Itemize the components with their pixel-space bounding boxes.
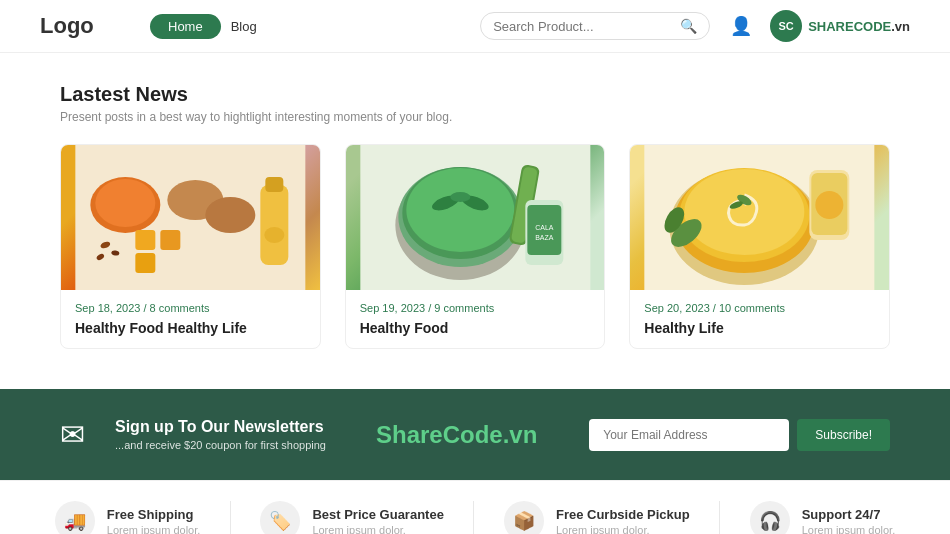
newsletter-form: Subscribe! (589, 419, 890, 451)
svg-rect-8 (260, 185, 288, 265)
svg-rect-5 (135, 230, 155, 250)
blog-card-1-title: Healthy Food Healthy Life (75, 320, 306, 336)
svg-point-37 (816, 191, 844, 219)
svg-text:CALA: CALA (535, 224, 554, 231)
curbside-icon: 📦 (504, 501, 544, 534)
feature-divider-2 (473, 501, 474, 534)
sharecode-logo-icon: SC (770, 10, 802, 42)
features-section: 🚚 Free Shipping Lorem ipsum dolor. 🏷️ Be… (0, 480, 950, 534)
newsletter-subtext: ...and receive $20 coupon for first shop… (115, 439, 326, 451)
nav-blog-button[interactable]: Blog (231, 19, 257, 34)
newsletter-heading: Sign up To Our Newsletters (115, 418, 326, 436)
newsletter-subscribe-button[interactable]: Subscribe! (797, 419, 890, 451)
blog-card-1-meta: Sep 18, 2023 / 8 comments (75, 302, 306, 314)
latest-news-section: Lastest News Present posts in a best way… (60, 83, 890, 349)
section-title: Lastest News (60, 83, 890, 106)
feature-shipping-text: Free Shipping Lorem ipsum dolor. (107, 507, 201, 535)
blog-card-3-body: Sep 20, 2023 / 10 comments Healthy Life (630, 290, 889, 348)
blog-image-3 (630, 145, 889, 290)
sharecode-logo: SC SHARECODE.vn (770, 10, 910, 42)
newsletter-brand: ShareCode.vn (376, 421, 537, 449)
svg-point-32 (685, 169, 805, 255)
feature-divider-3 (719, 501, 720, 534)
nav-home-button[interactable]: Home (150, 14, 221, 39)
shipping-icon: 🚚 (55, 501, 95, 534)
blog-card-1-body: Sep 18, 2023 / 8 comments Healthy Food H… (61, 290, 320, 348)
svg-point-10 (264, 227, 284, 243)
svg-rect-7 (135, 253, 155, 273)
newsletter-section: ✉ Sign up To Our Newsletters ...and rece… (0, 389, 950, 480)
blog-card-3-meta: Sep 20, 2023 / 10 comments (644, 302, 875, 314)
feature-price-text: Best Price Guarantee Lorem ipsum dolor. (312, 507, 444, 535)
newsletter-text: Sign up To Our Newsletters ...and receiv… (115, 418, 326, 451)
main-content: Lastest News Present posts in a best way… (0, 53, 950, 369)
feature-price-desc: Lorem ipsum dolor. (312, 524, 444, 535)
feature-divider-1 (230, 501, 231, 534)
feature-shipping: 🚚 Free Shipping Lorem ipsum dolor. (55, 501, 201, 534)
blog-grid: Sep 18, 2023 / 8 comments Healthy Food H… (60, 144, 890, 349)
feature-support-text: Support 24/7 Lorem ipsum dolor. (802, 507, 896, 535)
blog-card-2-body: Sep 19, 2023 / 9 comments Healthy Food (346, 290, 605, 348)
blog-card-2-title: Healthy Food (360, 320, 591, 336)
feature-support-title: Support 24/7 (802, 507, 896, 522)
feature-curbside-title: Free Curbside Pickup (556, 507, 690, 522)
blog-image-1 (61, 145, 320, 290)
svg-point-2 (95, 179, 155, 227)
blog-card-3-title: Healthy Life (644, 320, 875, 336)
svg-text:BAZA: BAZA (535, 234, 554, 241)
feature-shipping-desc: Lorem ipsum dolor. (107, 524, 201, 535)
feature-shipping-title: Free Shipping (107, 507, 201, 522)
price-icon: 🏷️ (260, 501, 300, 534)
blog-card-2[interactable]: CALA BAZA Sep 19, 2023 / 9 comments Heal… (345, 144, 606, 349)
navigation: Home Blog (150, 14, 480, 39)
search-input[interactable] (493, 19, 680, 34)
blog-image-2: CALA BAZA (346, 145, 605, 290)
feature-curbside-desc: Lorem ipsum dolor. (556, 524, 690, 535)
email-icon: ✉ (60, 417, 85, 452)
support-icon: 🎧 (750, 501, 790, 534)
svg-point-18 (406, 168, 514, 252)
svg-rect-6 (160, 230, 180, 250)
svg-point-21 (450, 192, 470, 202)
search-bar: 🔍 (480, 12, 710, 40)
svg-rect-9 (265, 177, 283, 192)
search-icon[interactable]: 🔍 (680, 18, 697, 34)
feature-support-desc: Lorem ipsum dolor. (802, 524, 896, 535)
feature-curbside: 📦 Free Curbside Pickup Lorem ipsum dolor… (504, 501, 690, 534)
logo: Logo (40, 13, 120, 39)
svg-point-4 (205, 197, 255, 233)
blog-card-3[interactable]: Sep 20, 2023 / 10 comments Healthy Life (629, 144, 890, 349)
header: Logo Home Blog 🔍 👤 SC SHARECODE.vn (0, 0, 950, 53)
user-icon[interactable]: 👤 (730, 15, 752, 37)
feature-support: 🎧 Support 24/7 Lorem ipsum dolor. (750, 501, 896, 534)
feature-curbside-text: Free Curbside Pickup Lorem ipsum dolor. (556, 507, 690, 535)
header-icons: 👤 (730, 15, 752, 37)
feature-price-title: Best Price Guarantee (312, 507, 444, 522)
blog-card-2-meta: Sep 19, 2023 / 9 comments (360, 302, 591, 314)
section-subtitle: Present posts in a best way to hightligh… (60, 110, 890, 124)
sharecode-logo-text: SHARECODE.vn (808, 19, 910, 34)
newsletter-email-input[interactable] (589, 419, 789, 451)
blog-card-1[interactable]: Sep 18, 2023 / 8 comments Healthy Food H… (60, 144, 321, 349)
feature-price: 🏷️ Best Price Guarantee Lorem ipsum dolo… (260, 501, 444, 534)
